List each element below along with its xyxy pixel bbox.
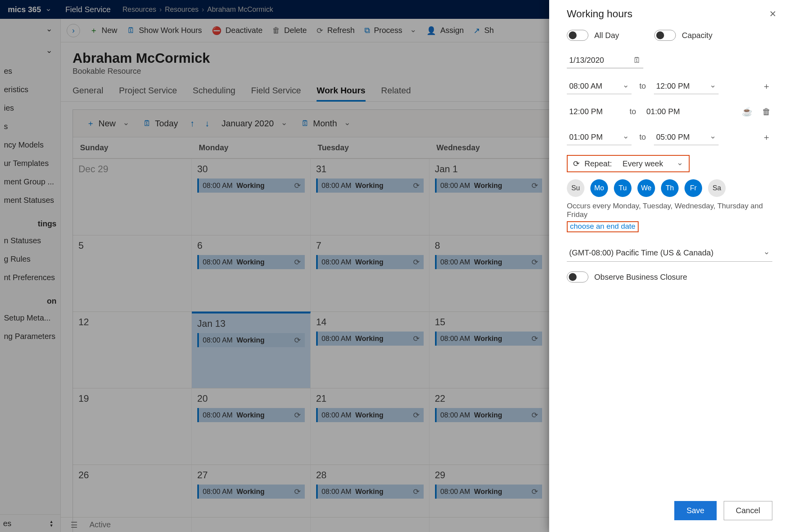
- sidebar-item[interactable]: s: [0, 117, 60, 136]
- time-to-select[interactable]: 01:00 PM: [644, 104, 699, 119]
- time-from-select[interactable]: 12:00 PM: [567, 104, 622, 119]
- calendar-event[interactable]: 08:00 AMWorking⟳: [435, 179, 542, 193]
- breadcrumb-item[interactable]: Abraham McCormick: [207, 5, 273, 14]
- cancel-button[interactable]: Cancel: [724, 501, 772, 520]
- module-name[interactable]: Field Service: [66, 5, 111, 14]
- time-to-select[interactable]: 05:00 PM: [654, 129, 719, 145]
- calendar-event[interactable]: 08:00 AMWorking⟳: [435, 255, 542, 269]
- sidebar-dropdown[interactable]: [0, 40, 60, 62]
- view-picker[interactable]: 🗓Month: [297, 116, 355, 131]
- calendar-event[interactable]: 08:00 AMWorking⟳: [435, 408, 542, 422]
- sidebar-item[interactable]: ment Statuses: [0, 191, 60, 210]
- date-input[interactable]: 1/13/2020 🗓: [567, 53, 643, 68]
- sidebar-item[interactable]: ncy Models: [0, 136, 60, 154]
- refresh-button[interactable]: ⟳Refresh: [317, 26, 355, 35]
- new-button[interactable]: ＋New: [90, 25, 117, 36]
- calendar-new-button[interactable]: ＋New: [83, 116, 133, 131]
- calendar-cell[interactable]: 3008:00 AMWorking⟳: [192, 159, 311, 235]
- sidebar-item[interactable]: ment Group ...: [0, 173, 60, 191]
- calendar-cell[interactable]: 19: [73, 388, 192, 465]
- tab-scheduling[interactable]: Scheduling: [193, 86, 235, 101]
- brand-chevron-icon[interactable]: [45, 5, 52, 14]
- delete-slot-button[interactable]: 🗑: [761, 107, 772, 117]
- share-button[interactable]: ↗Sh: [473, 26, 493, 35]
- day-chip-fr[interactable]: Fr: [684, 179, 702, 197]
- day-chip-tu[interactable]: Tu: [614, 179, 632, 197]
- sidebar-footer[interactable]: es ▴▾: [0, 514, 60, 532]
- calendar-cell[interactable]: 708:00 AMWorking⟳: [311, 235, 430, 312]
- breadcrumb-item[interactable]: Resources: [165, 5, 198, 14]
- calendar-event[interactable]: 08:00 AMWorking⟳: [197, 255, 305, 269]
- calendar-cell[interactable]: 1408:00 AMWorking⟳: [311, 312, 430, 388]
- calendar-cell[interactable]: Jan 108:00 AMWorking⟳: [430, 159, 548, 235]
- process-button[interactable]: ⧉Process: [364, 26, 417, 35]
- sidebar-item[interactable]: eristics: [0, 80, 60, 99]
- sidebar-item[interactable]: nt Preferences: [0, 268, 60, 287]
- calendar-event[interactable]: 08:00 AMWorking⟳: [435, 485, 542, 499]
- calendar-cell[interactable]: Jan 1308:00 AMWorking⟳: [192, 312, 311, 388]
- sidebar-item[interactable]: g Rules: [0, 250, 60, 268]
- calendar-cell[interactable]: 3108:00 AMWorking⟳: [311, 159, 430, 235]
- next-month-button[interactable]: ↓: [203, 118, 212, 129]
- calendar-cell[interactable]: 608:00 AMWorking⟳: [192, 235, 311, 312]
- tab-related[interactable]: Related: [381, 86, 411, 101]
- sidebar-item[interactable]: es: [0, 62, 60, 80]
- delete-button[interactable]: 🗑Delete: [272, 26, 307, 35]
- all-day-toggle[interactable]: [567, 30, 588, 41]
- prev-month-button[interactable]: ↑: [188, 118, 197, 129]
- day-chip-th[interactable]: Th: [661, 179, 679, 197]
- timezone-select[interactable]: (GMT-08:00) Pacific Time (US & Canada): [567, 244, 772, 262]
- add-slot-button[interactable]: ＋: [761, 80, 772, 92]
- time-to-select[interactable]: 12:00 PM: [654, 78, 719, 94]
- time-from-select[interactable]: 01:00 PM: [567, 129, 632, 145]
- calendar-event[interactable]: 08:00 AMWorking⟳: [197, 333, 305, 347]
- calendar-event[interactable]: 08:00 AMWorking⟳: [435, 332, 542, 346]
- breadcrumb-item[interactable]: Resources: [122, 5, 156, 14]
- close-button[interactable]: ✕: [769, 9, 776, 19]
- calendar-cell[interactable]: 808:00 AMWorking⟳: [430, 235, 548, 312]
- day-chip-sa[interactable]: Sa: [708, 179, 726, 197]
- sidebar-dropdown[interactable]: [0, 19, 60, 40]
- show-work-hours-button[interactable]: 🗓Show Work Hours: [127, 26, 202, 35]
- tab-work-hours[interactable]: Work Hours: [317, 86, 365, 101]
- add-slot-button[interactable]: ＋: [761, 131, 772, 143]
- calendar-event[interactable]: 08:00 AMWorking⟳: [316, 255, 424, 269]
- capacity-toggle[interactable]: [654, 30, 676, 41]
- tab-general[interactable]: General: [73, 86, 103, 101]
- day-chip-we[interactable]: We: [637, 179, 655, 197]
- sidebar-item[interactable]: n Statuses: [0, 231, 60, 250]
- calendar-event[interactable]: 08:00 AMWorking⟳: [316, 179, 424, 193]
- calendar-cell[interactable]: 12: [73, 312, 192, 388]
- sidebar-item[interactable]: Setup Meta...: [0, 309, 60, 327]
- back-button[interactable]: ›: [67, 24, 80, 37]
- calendar-today-button[interactable]: 🗓Today: [139, 116, 182, 131]
- day-chip-mo[interactable]: Mo: [590, 179, 608, 197]
- tab-project-service[interactable]: Project Service: [119, 86, 177, 101]
- calendar-event[interactable]: 08:00 AMWorking⟳: [316, 485, 424, 499]
- calendar-cell[interactable]: 5: [73, 235, 192, 312]
- calendar-event[interactable]: 08:00 AMWorking⟳: [316, 408, 424, 422]
- repeat-selector[interactable]: ⟳ Repeat: Every week: [567, 155, 690, 172]
- observe-closure-toggle[interactable]: [567, 271, 588, 282]
- tab-field-service[interactable]: Field Service: [251, 86, 301, 101]
- choose-end-date-link[interactable]: choose an end date: [567, 221, 639, 232]
- sidebar-item[interactable]: ur Templates: [0, 154, 60, 173]
- time-from-select[interactable]: 08:00 AM: [567, 78, 632, 94]
- deactivate-button[interactable]: ⛔Deactivate: [212, 26, 263, 35]
- sidebar-item[interactable]: ng Parameters: [0, 327, 60, 346]
- calendar-cell[interactable]: 2008:00 AMWorking⟳: [192, 388, 311, 465]
- calendar-cell[interactable]: 2208:00 AMWorking⟳: [430, 388, 548, 465]
- calendar-event[interactable]: 08:00 AMWorking⟳: [316, 332, 424, 346]
- calendar-event[interactable]: 08:00 AMWorking⟳: [197, 485, 305, 499]
- save-button[interactable]: Save: [674, 501, 717, 520]
- calendar-event[interactable]: 08:00 AMWorking⟳: [197, 179, 305, 193]
- calendar-cell[interactable]: 1508:00 AMWorking⟳: [430, 312, 548, 388]
- assign-button[interactable]: 👤Assign: [426, 26, 464, 35]
- calendar-cell[interactable]: Dec 29: [73, 159, 192, 235]
- month-picker[interactable]: January 2020: [218, 116, 291, 131]
- sidebar-item[interactable]: ies: [0, 99, 60, 117]
- calendar-cell[interactable]: 2108:00 AMWorking⟳: [311, 388, 430, 465]
- calendar-event[interactable]: 08:00 AMWorking⟳: [197, 408, 305, 422]
- day-chip-su[interactable]: Su: [567, 179, 584, 197]
- status-icon[interactable]: ☰: [71, 520, 78, 530]
